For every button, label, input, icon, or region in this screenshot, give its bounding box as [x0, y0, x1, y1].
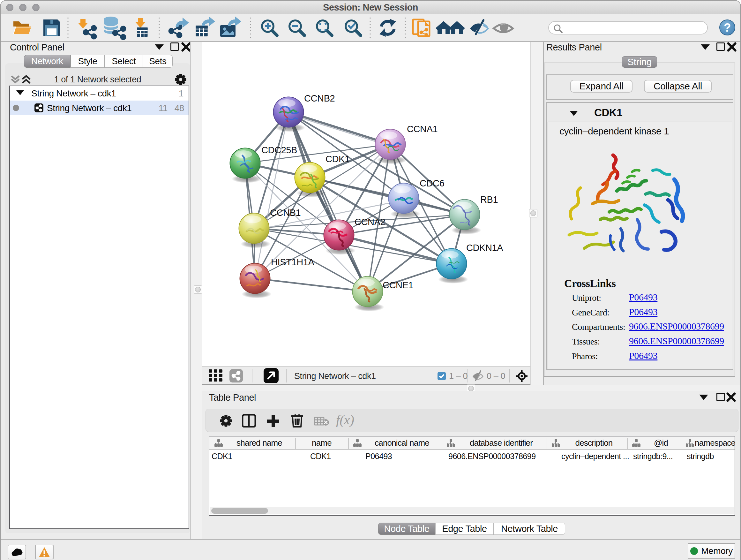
- svg-text:CDK1: CDK1: [326, 154, 350, 164]
- svg-text:HIST1H1A: HIST1H1A: [271, 257, 314, 267]
- svg-text:RB1: RB1: [480, 194, 498, 205]
- svg-text:CDKN1A: CDKN1A: [466, 243, 503, 253]
- svg-text:CCNE1: CCNE1: [383, 280, 413, 290]
- svg-text:CCNA2: CCNA2: [354, 217, 385, 227]
- svg-text:CDC25B: CDC25B: [261, 145, 297, 155]
- svg-text:CCNB1: CCNB1: [270, 207, 300, 218]
- svg-text:CCNB2: CCNB2: [304, 93, 335, 104]
- svg-text:CCNA1: CCNA1: [407, 124, 437, 134]
- svg-text:CDC6: CDC6: [420, 178, 444, 188]
